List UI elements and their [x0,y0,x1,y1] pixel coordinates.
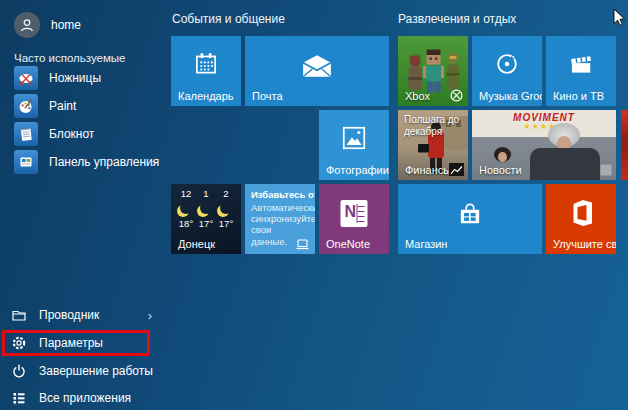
person-icon [20,18,34,32]
user-name: home [51,18,81,32]
sidebar-item-snipping-tool[interactable]: Ножницы [14,64,164,92]
sidebar-item-control-panel[interactable]: Панель управления › [14,148,164,176]
paint-icon [14,94,38,118]
folder-icon [10,307,27,324]
news-icon [600,164,612,176]
tile-label: Музыка Groo... [479,90,542,102]
sidebar-item-label: Проводник [39,308,99,322]
news-photo-speaker-body [530,148,600,180]
groove-music-icon [493,50,521,78]
tile-label: Новости [479,164,522,176]
sidebar-item-label: Ножницы [49,71,101,85]
weather-day-col: 2 17° [217,188,235,229]
chevron-right-icon: › [148,309,152,322]
tile-label: Кино и ТВ [553,90,604,102]
sidebar-item-explorer[interactable]: Проводник › [10,302,160,328]
news-banner: MOVIMENT ★★★★★ [472,110,616,137]
chevron-right-icon: › [152,156,156,169]
notepad-icon [14,122,38,146]
weather-day-col: 12 18° [177,188,195,229]
tile-onenote[interactable]: N OneNote [319,184,389,254]
group-header-entertainment: Развлечения и отдых [398,12,516,26]
sidebar-item-shutdown[interactable]: Завершение работы [10,358,160,384]
office-logo-icon [566,198,596,228]
moon-icon [220,202,232,214]
onenote-icon: N [341,200,368,227]
calendar-icon [192,50,220,78]
sidebar-item-label: Все приложения [39,391,131,405]
moon-icon [200,202,212,214]
onenote-page-lines [357,204,365,223]
control-panel-icon [14,150,38,174]
finance-headline: Полшага до декабря [404,114,462,137]
mail-icon [301,54,333,78]
store-bag-icon [456,200,484,228]
sidebar-item-label: Paint [49,99,76,113]
sidebar-item-notepad[interactable]: Блокнот [14,120,164,148]
weather-temp: 18° [177,218,195,229]
sidebar-item-label: Блокнот [49,127,94,141]
finance-chart-icon [449,163,464,176]
tile-sync-promo[interactable]: Избавьтесь от... Автоматически синхрониз… [245,184,315,254]
tile-mail[interactable]: Почта [245,36,389,106]
weather-date: 1 [197,188,215,199]
all-apps-icon [10,390,27,407]
weather-temp: 17° [217,218,235,229]
xbox-logo-icon [450,89,463,102]
tile-movies-tv[interactable]: Кино и ТВ [546,36,616,106]
clapperboard-icon [567,50,595,78]
tile-label: Финансы [405,164,451,176]
sidebar-item-label: Завершение работы [39,364,153,378]
promo-title: Избавьтесь от... [251,189,309,200]
tile-weather[interactable]: 12 18° 1 17° 2 17° Донецк [171,184,241,254]
tile-label: Улучшите св... [553,238,616,250]
tile-label: OneNote [326,238,370,250]
settings-highlight-box [2,330,150,356]
tile-label: Xbox [405,90,430,102]
mouse-cursor [613,8,626,27]
tile-photos[interactable]: Фотографии [319,110,389,180]
news-banner-stars: ★★★★★ [472,122,616,131]
power-icon [10,363,27,380]
sidebar-item-paint[interactable]: Paint [14,92,164,120]
weather-forecast: 12 18° 1 17° 2 17° [171,184,241,229]
tile-groove-music[interactable]: Музыка Groo... [472,36,542,106]
tile-label: Магазин [405,238,447,250]
tile-finance[interactable]: Полшага до декабря Финансы [398,110,468,180]
weather-date: 12 [177,188,195,199]
weather-date: 2 [217,188,235,199]
group-header-events: События и общение [172,12,285,26]
tile-label: Календарь [178,90,234,102]
tile-label: Почта [252,90,283,102]
scissors-icon [14,66,38,90]
tile-label: Фотографии [326,164,389,176]
sidebar-item-all-apps[interactable]: Все приложения [10,385,160,410]
laptop-icon [296,239,310,250]
weather-day-col: 1 17° [197,188,215,229]
tile-office-promo[interactable]: Улучшите св... [546,184,616,254]
tile-calendar[interactable]: Календарь [171,36,241,106]
sidebar-item-label: Панель управления [49,155,159,169]
tile-xbox[interactable]: Xbox [398,36,468,106]
weather-city: Донецк [178,238,215,250]
weather-temp: 17° [197,218,215,229]
user-avatar[interactable] [14,12,40,38]
onenote-logo-letter: N [345,204,357,220]
tile-store[interactable]: Магазин [398,184,542,254]
moon-icon [180,202,192,214]
tile-news[interactable]: MOVIMENT ★★★★★ Новости [472,110,616,180]
start-menu: home Часто используемые Ножницы [0,0,628,410]
frequent-section-header: Часто используемые [14,52,126,64]
user-account[interactable]: home [14,12,81,38]
tile-partial-right-edge[interactable] [621,110,628,180]
photos-icon [340,124,368,152]
news-photo-listener-face [498,152,507,162]
